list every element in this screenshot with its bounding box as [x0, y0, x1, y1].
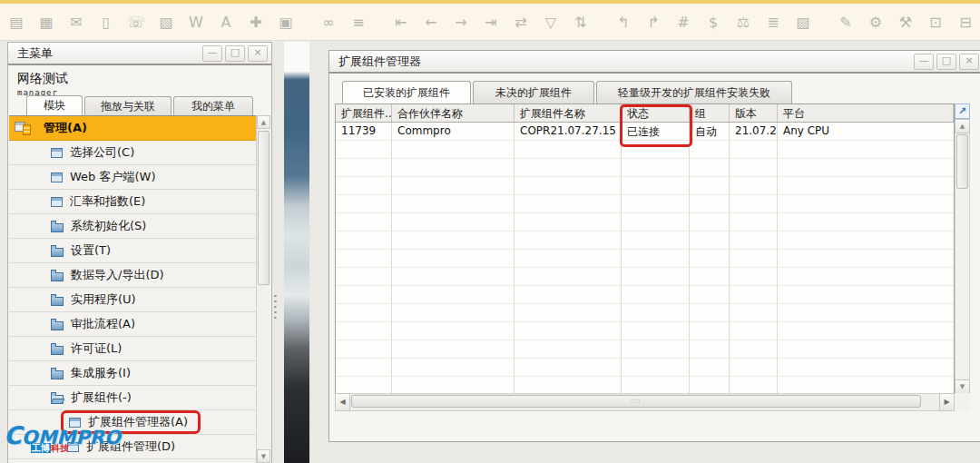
last-record-icon[interactable]: ⇥	[481, 12, 501, 34]
extension-tab[interactable]: 未决的扩展组件	[473, 81, 594, 103]
conversation-icon[interactable]: ⊟	[956, 12, 975, 34]
table-empty-row[interactable]	[336, 177, 954, 195]
refresh-icon[interactable]: ⇄	[511, 12, 531, 34]
close-button[interactable]: ×	[959, 54, 979, 70]
scroll-left-icon[interactable]: ◀	[335, 393, 350, 411]
close-button[interactable]: ×	[248, 45, 268, 62]
table-empty-row[interactable]	[336, 322, 954, 340]
table-empty-row[interactable]	[336, 159, 954, 177]
column-header[interactable]: 版本	[730, 104, 778, 123]
scroll-down-icon[interactable]: ▼	[257, 449, 270, 463]
tree-item[interactable]: 数据导入/导出(D)	[9, 263, 256, 288]
export-pdf-icon[interactable]: A	[216, 12, 236, 34]
calculator-icon[interactable]: #	[673, 12, 693, 34]
table-empty-row[interactable]	[336, 286, 954, 304]
tree-item[interactable]: 汇率和指数(E)	[9, 190, 256, 214]
tree-item[interactable]: 实用程序(U)	[9, 288, 256, 312]
tree-item[interactable]: 管理(A)	[9, 116, 256, 141]
grid-vscroll-track[interactable]	[955, 133, 970, 379]
tree-item[interactable]: 集成服务(I)	[9, 361, 256, 386]
journal-entry-icon[interactable]: ≣	[763, 12, 783, 34]
checklist-icon[interactable]: ≡	[348, 12, 368, 34]
maximize-button[interactable]: □	[936, 54, 956, 70]
column-header[interactable]: 扩展组件...	[336, 104, 392, 123]
menu-tab[interactable]: 模块	[26, 95, 83, 115]
minimize-button[interactable]: —	[914, 54, 934, 70]
column-header[interactable]: 扩展组件名称	[514, 104, 622, 123]
extension-manager-tabs: 已安装的扩展组件未决的扩展组件轻量级开发的扩展组件安装失败	[342, 81, 794, 103]
scroll-up-icon[interactable]: ▲	[257, 115, 270, 129]
table-row[interactable]: 11739CommproCOPR21.07.27.15已连接自动21.07.27…	[336, 123, 954, 141]
payment-wizard-icon[interactable]: $	[703, 12, 723, 34]
tree-item[interactable]: 设置(T)	[9, 239, 256, 263]
tree-item[interactable]: 移动扩展组件(M)	[9, 459, 256, 463]
maximize-button[interactable]: □	[225, 45, 245, 62]
message-icon[interactable]: ⊡	[926, 12, 946, 34]
document-settings-icon[interactable]: ⚙	[866, 12, 886, 34]
grid-hscroll-thumb[interactable]: ∷∷	[351, 395, 921, 408]
print-preview-icon[interactable]: ▤	[6, 12, 26, 34]
grid-hscroll-track[interactable]: ∷∷	[350, 393, 939, 411]
main-menu-titlebar[interactable]: 主菜单 —□×	[8, 43, 271, 65]
next-record-icon[interactable]: →	[451, 12, 471, 34]
find-icon[interactable]: ∞	[318, 12, 338, 34]
edit-chart-icon[interactable]: ✎	[836, 12, 856, 34]
column-header[interactable]: 平台	[778, 104, 954, 123]
tree-item[interactable]: 扩展组件(-)	[9, 386, 256, 410]
table-cell	[690, 340, 730, 358]
extension-tab[interactable]: 已安装的扩展组件	[342, 81, 471, 103]
copy-to-icon[interactable]: ↱	[643, 12, 663, 34]
column-header[interactable]: 组	[690, 104, 730, 123]
export-excel-icon[interactable]: ▧	[156, 12, 176, 34]
table-empty-row[interactable]	[336, 377, 954, 394]
form-settings-icon[interactable]: ⚒	[896, 12, 916, 34]
first-record-icon[interactable]: ⇤	[391, 12, 411, 34]
maximize-grid-icon[interactable]: ↗	[955, 103, 970, 119]
minimize-button[interactable]: —	[202, 45, 222, 62]
launch-application-icon[interactable]: ✚	[246, 12, 266, 34]
column-header[interactable]: 合作伙伴名称	[392, 104, 514, 123]
copy-from-icon[interactable]: ↰	[613, 12, 633, 34]
table-empty-row[interactable]	[336, 213, 954, 232]
scroll-up-icon[interactable]: ▲	[955, 119, 970, 133]
extension-manager-titlebar[interactable]: 扩展组件管理器 —□×	[329, 51, 980, 74]
sort-icon[interactable]: ⇅	[571, 12, 591, 34]
tree-item[interactable]: 审批流程(A)	[9, 312, 256, 337]
tree-item[interactable]: 选择公司(C)	[9, 141, 256, 165]
panel-splitter-grip[interactable]	[273, 294, 278, 320]
table-empty-row[interactable]	[336, 340, 954, 359]
previous-record-icon[interactable]: ←	[421, 12, 441, 34]
table-empty-row[interactable]	[336, 232, 954, 250]
tree-item[interactable]: Web 客户端(W)	[9, 165, 256, 190]
tree-item[interactable]: 系统初始化(S)	[9, 214, 256, 239]
scales-icon[interactable]: ⚖	[733, 12, 753, 34]
table-empty-row[interactable]	[336, 250, 954, 268]
menu-tab[interactable]: 拖放与关联	[84, 96, 172, 115]
lock-screen-icon[interactable]: ▣	[276, 12, 296, 34]
document-search-icon[interactable]: ▨	[793, 12, 813, 34]
tree-scrollbar-track[interactable]	[257, 129, 270, 449]
grid-vertical-scrollbar[interactable]: ↗ ▲ ▼	[955, 103, 970, 394]
tree-item[interactable]: 许可证(L)	[9, 337, 256, 361]
column-header[interactable]: 状态	[622, 104, 690, 123]
table-empty-row[interactable]	[336, 304, 954, 322]
scroll-right-icon[interactable]: ▶	[939, 393, 955, 411]
export-word-icon[interactable]: W	[186, 12, 206, 34]
table-empty-row[interactable]	[336, 268, 954, 286]
table-empty-row[interactable]	[336, 195, 954, 213]
tree-scrollbar-thumb[interactable]	[258, 131, 270, 285]
filter-icon[interactable]: ▽	[541, 12, 561, 34]
table-empty-row[interactable]	[336, 141, 954, 159]
tree-scrollbar[interactable]: ▲ ▼	[256, 115, 270, 463]
email-icon[interactable]: ✉	[66, 12, 86, 34]
grid-horizontal-scrollbar[interactable]: ◀ ∷∷ ▶	[335, 393, 970, 411]
table-empty-row[interactable]	[336, 359, 954, 377]
print-icon[interactable]: ▦	[36, 12, 56, 34]
menu-tab[interactable]: 我的菜单	[173, 96, 253, 115]
fax-icon[interactable]: ☏	[126, 12, 146, 34]
sms-icon[interactable]: ▯	[96, 12, 116, 34]
folder-icon	[51, 248, 64, 257]
extension-tab[interactable]: 轻量级开发的扩展组件安装失败	[596, 81, 792, 103]
scroll-down-icon[interactable]: ▼	[955, 379, 970, 394]
grid-vscroll-thumb[interactable]	[956, 134, 968, 189]
